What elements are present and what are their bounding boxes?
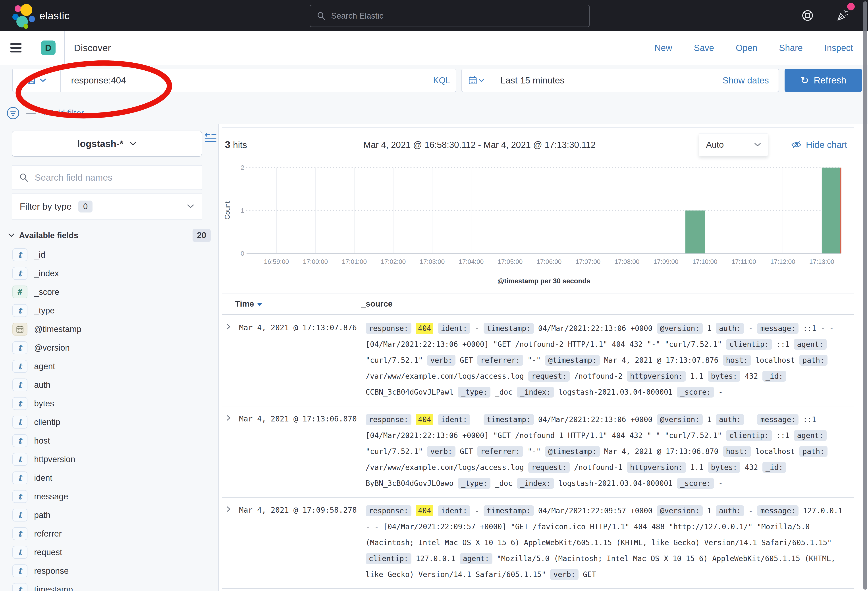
field-name-badge: clientip:: [366, 553, 412, 564]
query-language-button[interactable]: KQL: [428, 75, 456, 85]
number-field-icon: #: [12, 285, 27, 298]
global-search-box[interactable]: [310, 5, 590, 27]
menu-button[interactable]: [0, 31, 32, 65]
chart-time-range: Mar 4, 2021 @ 16:58:30.112 - Mar 4, 2021…: [247, 140, 699, 150]
action-share[interactable]: Share: [779, 43, 803, 53]
help-icon[interactable]: [801, 9, 814, 22]
global-search-input[interactable]: [331, 11, 583, 21]
field-item-ident[interactable]: tident: [0, 468, 218, 487]
filter-by-type-label: Filter by type: [20, 201, 72, 212]
field-item-httpversion[interactable]: thttpversion: [0, 450, 218, 468]
svg-text:17:04:00: 17:04:00: [459, 258, 484, 265]
field-item-request[interactable]: trequest: [0, 543, 218, 561]
field-item-response[interactable]: tresponse: [0, 561, 218, 580]
field-value: /var/www/example.com/logs/access.log: [366, 463, 524, 472]
svg-text:17:05:00: 17:05:00: [498, 258, 523, 265]
expand-row-button[interactable]: [222, 412, 239, 491]
action-open[interactable]: Open: [736, 43, 757, 53]
logo-blob: [21, 4, 32, 16]
field-item-agent[interactable]: tagent: [0, 357, 218, 375]
field-item-auth[interactable]: tauth: [0, 375, 218, 394]
collapse-sidebar-button[interactable]: [205, 133, 217, 143]
field-value: ::1: [776, 431, 790, 440]
date-quick-menu-button[interactable]: [462, 69, 491, 92]
field-item-referrer[interactable]: treferrer: [0, 525, 218, 543]
time-range-value[interactable]: Last 15 minutes: [491, 75, 564, 86]
field-item-_score[interactable]: #_score: [0, 283, 218, 301]
expand-row-button[interactable]: [222, 503, 239, 582]
doc-time: Mar 4, 2021 @ 17:13:07.876: [239, 321, 366, 400]
field-value: 04/Mar/2021:22:13:06 +0000: [538, 415, 652, 424]
field-name-badge: _score:: [677, 478, 714, 489]
field-name-badge: auth:: [716, 414, 744, 425]
text-field-icon: t: [12, 434, 27, 447]
add-filter-link[interactable]: + Add filter: [42, 108, 84, 118]
action-inspect[interactable]: Inspect: [824, 43, 853, 53]
show-dates-link[interactable]: Show dates: [723, 75, 769, 86]
filter-count-badge: 0: [78, 201, 93, 213]
field-item-@version[interactable]: t@version: [0, 338, 218, 357]
logo-blob: [24, 24, 28, 29]
field-item-_id[interactable]: t_id: [0, 245, 218, 264]
field-item-clientip[interactable]: tclientip: [0, 413, 218, 431]
hide-chart-link[interactable]: Hide chart: [791, 140, 847, 150]
search-icon: [19, 173, 28, 182]
action-new[interactable]: New: [654, 43, 672, 53]
hamburger-icon: [10, 43, 22, 53]
vertical-scrollbar[interactable]: [863, 1, 867, 590]
elastic-logo[interactable]: [10, 2, 36, 29]
doc-source: response: 404 ident: - timestamp: 04/Mar…: [366, 321, 854, 400]
filter-icon[interactable]: [6, 106, 20, 120]
field-name-badge: host:: [723, 355, 751, 366]
svg-text:17:10:00: 17:10:00: [692, 258, 717, 265]
field-item-host[interactable]: thost: [0, 431, 218, 450]
field-search-input[interactable]: [34, 172, 195, 183]
saved-query-menu-button[interactable]: [13, 69, 61, 92]
column-source[interactable]: _source: [361, 299, 393, 309]
filter-by-type-dropdown[interactable]: Filter by type 0: [12, 194, 202, 220]
text-field-icon: t: [12, 564, 27, 577]
query-bar: KQL: [12, 69, 456, 92]
field-value: 04/Mar/2021:22:09:57 +0000: [538, 507, 652, 515]
field-name-badge: @version:: [657, 505, 703, 516]
refresh-button[interactable]: ↻ Refresh: [785, 69, 862, 92]
column-time[interactable]: Time: [222, 299, 361, 309]
date-picker: Last 15 minutes Show dates: [461, 69, 779, 92]
field-item-_type[interactable]: t_type: [0, 301, 218, 320]
field-value: -: [475, 415, 479, 424]
svg-text:17:03:00: 17:03:00: [420, 258, 445, 265]
query-input[interactable]: [61, 75, 428, 86]
field-item-_index[interactable]: t_index: [0, 264, 218, 283]
newsfeed-icon[interactable]: [836, 9, 849, 22]
text-field-icon: t: [12, 267, 27, 280]
field-value: GET: [583, 570, 596, 579]
field-item-bytes[interactable]: tbytes: [0, 394, 218, 413]
field-name-badge: ident:: [438, 414, 470, 425]
field-value: _doc: [495, 388, 512, 396]
field-name-badge: @timestamp:: [545, 355, 600, 366]
action-save[interactable]: Save: [694, 43, 714, 53]
field-name-badge: timestamp:: [484, 323, 534, 334]
field-value: GET: [460, 447, 473, 456]
field-item-@timestamp[interactable]: @timestamp: [0, 320, 218, 338]
field-label: path: [34, 510, 50, 520]
field-name-badge: request:: [528, 371, 570, 381]
available-fields-header[interactable]: Available fields 20: [9, 229, 211, 242]
field-search-box[interactable]: [12, 165, 202, 190]
field-value: 04/Mar/2021:22:13:06 +0000: [538, 324, 652, 333]
interval-select[interactable]: Auto: [699, 133, 768, 156]
field-item-message[interactable]: tmessage: [0, 487, 218, 506]
field-name-badge: auth:: [716, 505, 744, 516]
field-item-path[interactable]: tpath: [0, 506, 218, 525]
app-switcher[interactable]: D: [32, 31, 64, 65]
field-value: 1.1: [690, 372, 704, 381]
histogram-chart[interactable]: 01216:59:0017:00:0017:01:0017:02:0017:03…: [222, 160, 854, 292]
field-name-badge: bytes:: [708, 462, 740, 473]
svg-text:1: 1: [241, 207, 244, 214]
index-pattern-selector[interactable]: logstash-*: [12, 131, 202, 157]
field-item-timestamp[interactable]: ttimestamp: [0, 580, 218, 591]
app-actions: NewSaveOpenShareInspect: [654, 43, 853, 53]
expand-row-button[interactable]: [222, 321, 239, 400]
calendar-field-icon: [12, 323, 27, 335]
save-icon: [27, 76, 35, 85]
